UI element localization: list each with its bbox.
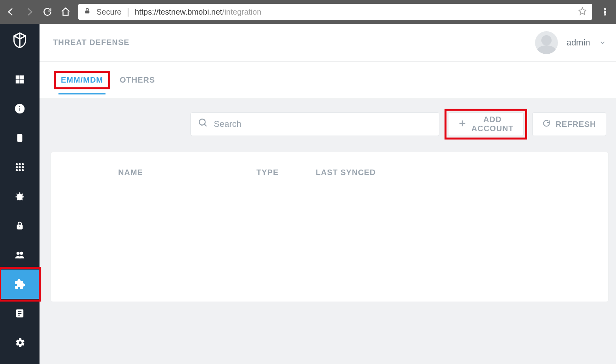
- svg-rect-7: [16, 80, 19, 83]
- svg-rect-12: [18, 134, 22, 141]
- svg-point-11: [19, 106, 20, 107]
- add-account-label: ADD ACCOUNT: [471, 115, 514, 133]
- svg-marker-1: [579, 7, 586, 14]
- secure-label: Secure: [96, 8, 121, 17]
- sidebar-item-settings[interactable]: [0, 328, 40, 357]
- browser-chrome: Secure | https://testnew.bmobi.net/integ…: [0, 0, 616, 24]
- tab-strip: EMM/MDM OTHERS: [40, 62, 616, 99]
- toolbar: ADD ACCOUNT REFRESH: [40, 99, 616, 149]
- svg-line-26: [22, 194, 23, 194]
- svg-rect-10: [19, 108, 20, 111]
- user-menu[interactable]: admin: [535, 31, 606, 54]
- svg-rect-0: [85, 10, 90, 13]
- refresh-icon: [542, 119, 551, 130]
- back-button[interactable]: [6, 6, 17, 17]
- svg-rect-8: [20, 80, 24, 83]
- address-bar[interactable]: Secure | https://testnew.bmobi.net/integ…: [78, 4, 592, 20]
- sidebar-item-devices[interactable]: [0, 123, 40, 153]
- tab-emm-mdm[interactable]: EMM/MDM: [58, 72, 105, 88]
- svg-rect-5: [16, 75, 19, 79]
- svg-line-25: [17, 194, 17, 194]
- lock-icon: [84, 8, 91, 17]
- sidebar-item-dashboard[interactable]: [0, 65, 40, 94]
- bookmark-star-icon[interactable]: [578, 7, 587, 17]
- svg-point-15: [19, 163, 21, 165]
- search-icon: [198, 118, 208, 130]
- tab-others[interactable]: OTHERS: [117, 72, 157, 89]
- svg-point-21: [19, 169, 21, 171]
- svg-point-3: [604, 11, 606, 13]
- user-name: admin: [567, 38, 590, 48]
- sidebar-item-integrations[interactable]: [0, 270, 40, 299]
- app-header: THREAT DEFENSE admin: [40, 24, 616, 62]
- avatar: [535, 31, 558, 54]
- refresh-button[interactable]: REFRESH: [532, 112, 606, 136]
- search-box[interactable]: [190, 112, 439, 136]
- sidebar-item-threats[interactable]: [0, 182, 40, 211]
- svg-point-34: [20, 252, 23, 255]
- svg-point-32: [19, 226, 20, 227]
- home-button[interactable]: [60, 6, 71, 17]
- main-content: THREAT DEFENSE admin EMM/MDM OTHERS: [40, 24, 616, 364]
- svg-point-20: [16, 169, 17, 171]
- browser-menu-icon[interactable]: [599, 6, 610, 17]
- svg-point-22: [22, 169, 23, 171]
- svg-rect-6: [20, 75, 24, 79]
- url: https://testnew.bmobi.net/integration: [135, 8, 261, 17]
- svg-line-40: [204, 124, 206, 126]
- sidebar: [0, 24, 40, 364]
- sidebar-item-reports[interactable]: [0, 299, 40, 328]
- svg-point-39: [199, 119, 205, 125]
- svg-point-2: [604, 9, 606, 10]
- col-last-synced: LAST SYNCED: [316, 168, 608, 177]
- app-logo-icon: [11, 32, 28, 49]
- add-account-button[interactable]: ADD ACCOUNT: [448, 112, 524, 136]
- accounts-table: NAME TYPE LAST SYNCED: [51, 152, 608, 302]
- col-type: TYPE: [256, 168, 316, 177]
- refresh-label: REFRESH: [556, 120, 596, 129]
- chevron-down-icon: [599, 39, 606, 46]
- table-header-row: NAME TYPE LAST SYNCED: [51, 152, 608, 193]
- sidebar-item-users[interactable]: [0, 240, 40, 270]
- svg-point-4: [604, 14, 606, 15]
- sidebar-item-apps[interactable]: [0, 153, 40, 182]
- svg-point-16: [22, 163, 23, 165]
- svg-line-29: [17, 199, 18, 200]
- sidebar-item-info[interactable]: [0, 94, 40, 123]
- sidebar-item-security[interactable]: [0, 211, 40, 240]
- svg-point-33: [17, 252, 19, 255]
- search-input[interactable]: [214, 119, 432, 129]
- svg-point-19: [22, 166, 23, 168]
- svg-point-14: [16, 163, 17, 165]
- page-title: THREAT DEFENSE: [53, 38, 130, 47]
- svg-point-18: [19, 166, 21, 168]
- col-name: NAME: [118, 168, 256, 177]
- svg-line-30: [22, 199, 23, 200]
- forward-button[interactable]: [24, 6, 35, 17]
- plus-icon: [458, 119, 467, 130]
- reload-button[interactable]: [42, 6, 53, 17]
- svg-point-17: [16, 166, 17, 168]
